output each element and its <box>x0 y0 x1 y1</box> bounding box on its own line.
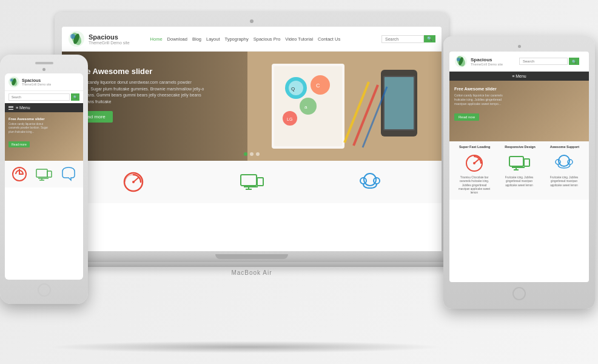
svg-rect-52 <box>509 157 523 166</box>
tablet-outer: Spacious ThemeGrill Demo site 🔍 ≡ Menu F… <box>443 36 595 309</box>
tablet-search-button[interactable]: 🔍 <box>569 58 579 65</box>
phone-hero-button[interactable]: Read more <box>8 141 30 147</box>
svg-point-51 <box>473 162 475 164</box>
phone-speaker <box>35 62 53 64</box>
phone-header: Spacious ThemeGrill Demo site <box>5 73 83 91</box>
laptop-notch <box>215 254 288 259</box>
svg-point-41 <box>360 178 366 184</box>
phone-camera-icon <box>42 68 45 71</box>
tablet-responsive-icon <box>508 152 530 174</box>
tablet-hero-content: Free Awesome slider Cotton candy liquori… <box>454 87 509 121</box>
tablet-menu-bar[interactable]: ≡ Menu <box>449 72 589 81</box>
svg-point-59 <box>568 160 573 164</box>
tablet-feature-fast: Tiramisu Chocolate bar caramels fruitcak… <box>456 152 492 195</box>
tablet-search-input[interactable] <box>519 58 568 65</box>
tablet-device: Spacious ThemeGrill Demo site 🔍 ≡ Menu F… <box>443 36 595 309</box>
tablet-feature-text-2: Fruitcake icing. Jubilies gingerbread ma… <box>501 176 537 187</box>
laptop-base <box>55 251 449 262</box>
phone-responsive-icon <box>35 166 52 183</box>
tablet-feature-support: Fruitcake icing. Jubilies gingerbread ma… <box>546 152 582 195</box>
phone-menu-label: ≡ Menu <box>16 106 30 110</box>
site-tagline: ThemeGrill Demo site <box>89 41 130 45</box>
laptop-device: Spacious ThemeGrill Demo site Home Downl… <box>55 12 449 276</box>
tablet-feature-text-1: Tiramisu Chocolate bar caramels fruitcak… <box>456 176 492 195</box>
phone-site-tagline: ThemeGrill Demo site <box>22 83 51 86</box>
tablet-search-row: 🔍 <box>514 55 584 67</box>
laptop-screen: Spacious ThemeGrill Demo site Home Downl… <box>62 27 442 251</box>
tablet-feature-responsive: Fruitcake icing. Jubilies gingerbread ma… <box>501 152 537 195</box>
tablet-support-icon <box>553 152 575 174</box>
site-search-input[interactable] <box>381 35 424 43</box>
feature-support <box>358 170 382 194</box>
svg-text:a: a <box>304 104 307 110</box>
svg-point-48 <box>457 58 460 61</box>
site-name: Spacious <box>89 33 130 41</box>
svg-rect-53 <box>524 159 529 166</box>
svg-point-34 <box>132 181 135 183</box>
phone-home-button[interactable] <box>38 283 51 297</box>
svg-point-20 <box>311 75 330 95</box>
tablet-hero-title: Free Awesome slider <box>454 87 509 91</box>
tablet-hero: Free Awesome slider Cotton candy liquori… <box>449 81 589 141</box>
svg-rect-6 <box>47 171 52 177</box>
nav-item-download[interactable]: Download <box>167 36 187 42</box>
site-logo-text: Spacious ThemeGrill Demo site <box>89 33 130 45</box>
site-hero: Q C a LG <box>62 52 442 161</box>
dot-3[interactable] <box>256 152 260 156</box>
site-logo-icon <box>68 30 85 47</box>
phone-hero-title: Free Awesome slider <box>8 117 51 121</box>
tablet-features: Tiramisu Chocolate bar caramels fruitcak… <box>449 150 589 200</box>
phone-device: Spacious ThemeGrill Demo site 🔍 ≡ Menu <box>0 55 88 304</box>
nav-item-contact[interactable]: Contact Us <box>318 36 340 42</box>
nav-item-typography[interactable]: Typography <box>225 36 249 42</box>
svg-point-42 <box>374 178 380 184</box>
phone-menu-bar[interactable]: ≡ Menu <box>5 103 83 112</box>
phone-search-input[interactable] <box>8 93 70 101</box>
nav-item-layout[interactable]: Layout <box>206 36 220 42</box>
dot-2[interactable] <box>250 152 254 156</box>
nav-item-home[interactable]: Home <box>150 36 163 42</box>
phone-site-name: Spacious <box>22 78 51 83</box>
laptop-foot <box>55 262 449 267</box>
nav-item-blog[interactable]: Blog <box>192 36 201 42</box>
tablet-home-button[interactable] <box>512 287 526 300</box>
tablet-logo-icon <box>454 55 468 68</box>
laptop-label: MacBook Air <box>55 267 449 276</box>
phone-hero-content: Free Awesome slider Cotton candy liquori… <box>8 117 51 148</box>
tablet-hero-button[interactable]: Read now <box>454 113 479 121</box>
hero-title: Free Awesome slider <box>74 67 207 76</box>
feature-fast-loading <box>121 170 146 194</box>
phone-features <box>5 161 83 187</box>
nav-item-spacious-pro[interactable]: Spacious Pro <box>254 36 281 42</box>
tablet-menu-label: ≡ Menu <box>512 74 526 78</box>
tablet-camera-icon <box>518 45 521 48</box>
feature-responsive <box>240 170 264 194</box>
support-icon <box>358 170 382 194</box>
responsive-icon <box>240 170 264 194</box>
phone-logo-icon <box>8 76 19 87</box>
svg-point-58 <box>556 160 560 164</box>
nav-item-video-tutorial[interactable]: Video Tutorial <box>285 36 313 42</box>
hero-collage: Q C a LG <box>247 52 442 161</box>
phone-support-icon <box>60 166 77 183</box>
laptop-shadow <box>49 341 443 353</box>
svg-rect-36 <box>257 178 263 186</box>
website: Spacious ThemeGrill Demo site Home Downl… <box>62 27 442 251</box>
phone-logo-text: Spacious ThemeGrill Demo site <box>22 78 51 86</box>
scene: Spacious ThemeGrill Demo site 🔍 ≡ Menu <box>0 0 598 364</box>
laptop-screen-outer: Spacious ThemeGrill Demo site Home Downl… <box>55 12 449 251</box>
tablet-site-tagline: ThemeGrill Demo site <box>471 62 503 66</box>
svg-rect-28 <box>385 77 414 129</box>
site-search-button[interactable]: 🔍 <box>424 35 435 42</box>
tablet-logo-text: Spacious ThemeGrill Demo site <box>471 57 503 66</box>
tablet-feature-label-1: Super Fast Loading <box>459 145 490 149</box>
phone-outer: Spacious ThemeGrill Demo site 🔍 ≡ Menu <box>0 55 88 304</box>
phone-search-button[interactable]: 🔍 <box>71 93 79 101</box>
tablet-feature-text-3: Fruitcake icing. Jubilies gingerbread ma… <box>546 176 582 187</box>
dot-1[interactable] <box>244 152 247 156</box>
phone-hero: Free Awesome slider Cotton candy liquori… <box>5 112 83 161</box>
hamburger-icon <box>8 106 13 110</box>
svg-point-13 <box>70 34 75 39</box>
svg-rect-5 <box>36 169 47 177</box>
tablet-fast-icon <box>463 152 485 174</box>
